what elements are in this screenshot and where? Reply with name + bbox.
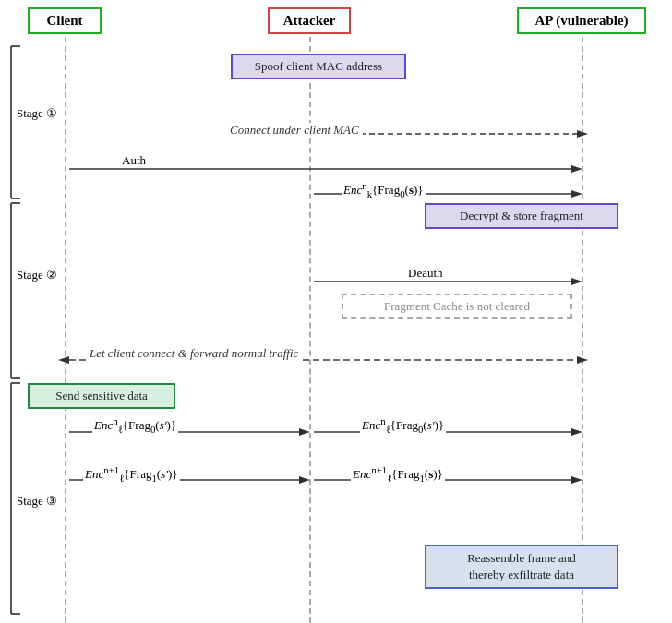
entity-client-label: Client [46,13,82,28]
auth-label: Auth [120,153,148,168]
entity-client: Client [28,7,102,34]
enc-frag0-s-client-label: Encnℓ{Frag0(s')} [92,415,178,435]
reassemble-box: Reassemble frame andthereby exfiltrate d… [425,545,618,589]
stage2-label: Stage ② [17,268,57,282]
stage1-label: Stage ① [17,106,57,121]
entity-attacker: Attacker [268,7,351,34]
let-connect-label: Let client connect & forward normal traf… [88,346,300,361]
entity-ap: AP (vulnerable) [517,7,646,34]
svg-marker-19 [58,356,69,364]
lifeline-ap [582,37,583,623]
deauth-label: Deauth [406,266,445,281]
lifeline-client [65,37,66,623]
entity-ap-label: AP (vulnerable) [534,13,628,28]
spoof-action-box: Spoof client MAC address [231,54,406,79]
connect-label: Connect under client MAC [226,123,363,138]
enc-frag0-s-ap-label: Encnℓ{Frag0(s')} [360,415,446,435]
decrypt-action-box: Decrypt & store fragment [425,203,618,229]
entity-attacker-label: Attacker [283,13,336,28]
stage3-label: Stage ③ [17,494,57,509]
not-cleared-label: Fragment Cache is not cleared [384,299,530,313]
enc-frag0-label: Encnk{Frag0(s)} [342,180,426,199]
send-sensitive-box: Send sensitive data [28,383,175,409]
fragment-cache-box: Fragment Cache is not cleared [342,294,572,319]
enc-frag1-s-client-label: Encn+1ℓ{Frag1(s')} [83,464,180,484]
spoof-label: Spoof client MAC address [255,59,382,73]
reassemble-label: Reassemble frame andthereby exfiltrate d… [467,551,576,581]
decrypt-label: Decrypt & store fragment [460,209,583,222]
send-sensitive-label: Send sensitive data [55,389,148,402]
enc-frag1-s-ap-label: Encn+1ℓ{Frag1(s)} [351,464,445,484]
sequence-diagram: Client Attacker AP (vulnerable) AP) --> … [0,0,672,623]
